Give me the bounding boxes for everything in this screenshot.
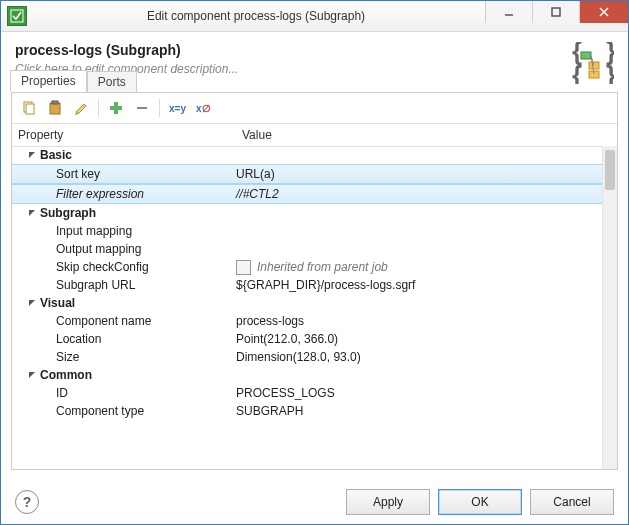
dialog-footer: ? Apply OK Cancel [1,480,628,524]
svg-rect-2 [552,8,560,16]
table-header: Property Value [12,124,617,147]
properties-toolbar: x=y x∅ [12,93,617,123]
toolbar-separator [159,99,160,117]
expand-icon[interactable] [26,149,38,161]
group-label: Basic [40,148,72,162]
scroll-thumb[interactable] [605,150,615,190]
property-value[interactable]: //#CTL2 [232,187,603,201]
maximize-button[interactable] [532,1,579,23]
cancel-button[interactable]: Cancel [530,489,614,515]
svg-rect-16 [50,103,60,114]
property-row[interactable]: Component typeSUBGRAPH [12,402,603,420]
property-label: Location [56,332,101,346]
column-property[interactable]: Property [12,124,238,146]
column-value[interactable]: Value [238,124,617,146]
vertical-scrollbar[interactable] [602,146,617,469]
component-title: process-logs (Subgraph) [15,42,564,58]
property-row[interactable]: Filter expression//#CTL2 [12,184,603,204]
property-row[interactable]: LocationPoint(212.0, 366.0) [12,330,603,348]
tabstrip: Properties Ports [10,70,618,92]
property-value[interactable]: process-logs [232,314,603,328]
svg-rect-20 [137,107,147,109]
property-group[interactable]: Subgraph [12,204,603,222]
assign-var-icon[interactable]: x=y [166,97,189,119]
close-button[interactable] [579,1,628,23]
property-row[interactable]: Subgraph URL${GRAPH_DIR}/process-logs.sg… [12,276,603,294]
property-value[interactable]: Dimension(128.0, 93.0) [232,350,603,364]
property-value[interactable]: PROCESS_LOGS [232,386,603,400]
svg-rect-10 [589,62,599,69]
group-label: Visual [40,296,75,310]
property-group[interactable]: Common [12,366,603,384]
svg-rect-9 [581,52,591,59]
property-label: Subgraph URL [56,278,135,292]
titlebar: Edit component process-logs (Subgraph) [1,1,628,32]
copy-icon[interactable] [18,97,40,119]
property-row[interactable]: SizeDimension(128.0, 93.0) [12,348,603,366]
app-icon [7,6,27,26]
property-label: Filter expression [56,187,144,201]
window-controls [485,1,628,31]
property-row[interactable]: Output mapping [12,240,603,258]
tab-panel: x=y x∅ Property Value BasicSort keyURL(a… [11,92,618,470]
edit-icon[interactable] [70,97,92,119]
svg-rect-15 [26,104,34,114]
properties-table: Property Value BasicSort keyURL(a)Filter… [12,123,617,469]
property-group[interactable]: Basic [12,146,603,164]
table-body: BasicSort keyURL(a)Filter expression//#C… [12,146,603,469]
paste-icon[interactable] [44,97,66,119]
add-icon[interactable] [105,97,127,119]
property-group[interactable]: Visual [12,294,603,312]
property-row[interactable]: Component nameprocess-logs [12,312,603,330]
property-value[interactable]: Point(212.0, 366.0) [232,332,603,346]
group-label: Subgraph [40,206,96,220]
property-label: Input mapping [56,224,132,238]
svg-rect-19 [110,106,122,110]
property-value[interactable]: ${GRAPH_DIR}/process-logs.sgrf [232,278,603,292]
property-label: Sort key [56,167,100,181]
help-icon[interactable]: ? [15,490,39,514]
property-row[interactable]: IDPROCESS_LOGS [12,384,603,402]
property-value[interactable]: URL(a) [232,167,603,181]
property-label: ID [56,386,68,400]
expand-icon[interactable] [26,297,38,309]
property-row[interactable]: Sort keyURL(a) [12,164,603,184]
svg-rect-17 [52,101,58,104]
checkbox-icon[interactable] [236,260,251,275]
property-value[interactable]: SUBGRAPH [232,404,603,418]
property-label: Component type [56,404,144,418]
expand-icon[interactable] [26,207,38,219]
tab-ports[interactable]: Ports [87,71,137,92]
apply-button[interactable]: Apply [346,489,430,515]
property-row[interactable]: Skip checkConfigInherited from parent jo… [12,258,603,276]
ok-button[interactable]: OK [438,489,522,515]
remove-icon[interactable] [131,97,153,119]
property-label: Skip checkConfig [56,260,149,274]
property-label: Component name [56,314,151,328]
svg-rect-0 [11,10,23,22]
property-label: Output mapping [56,242,141,256]
expand-icon[interactable] [26,369,38,381]
property-row[interactable]: Input mapping [12,222,603,240]
minimize-button[interactable] [485,1,532,23]
property-value[interactable]: Inherited from parent job [232,260,603,275]
clear-var-icon[interactable]: x∅ [193,97,214,119]
toolbar-separator [98,99,99,117]
tab-properties[interactable]: Properties [10,70,87,92]
group-label: Common [40,368,92,382]
dialog-window: Edit component process-logs (Subgraph) p… [0,0,629,525]
window-title: Edit component process-logs (Subgraph) [27,9,485,23]
property-label: Size [56,350,79,364]
